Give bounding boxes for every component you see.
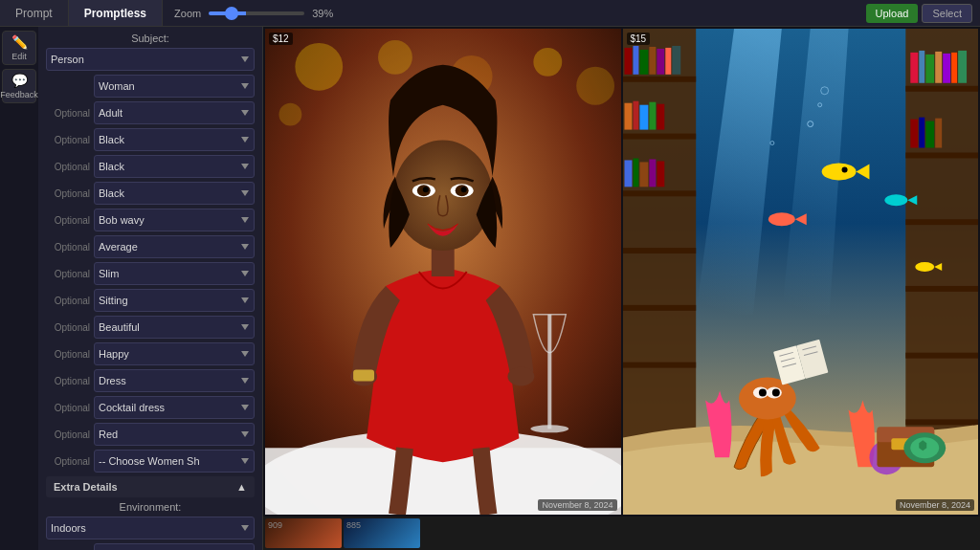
field-row-beautiful: Optional Beautiful <box>46 316 255 339</box>
svg-rect-55 <box>919 51 924 83</box>
optional-label-3: Optional <box>46 162 90 172</box>
image-price-1: $12 <box>269 33 293 45</box>
svg-rect-45 <box>649 159 656 187</box>
svg-rect-9 <box>547 315 551 429</box>
svg-rect-56 <box>925 55 934 83</box>
svg-rect-25 <box>623 134 696 140</box>
svg-rect-50 <box>905 219 978 225</box>
field-select-restaurant[interactable]: Restaurant <box>94 543 255 550</box>
image-cell-woman[interactable]: $12 November 8, 2024 <box>265 29 621 515</box>
svg-rect-27 <box>623 248 696 253</box>
upload-button[interactable]: Upload <box>866 4 919 23</box>
field-select-adult[interactable]: Adult <box>94 101 255 124</box>
field-select-sitting[interactable]: Sitting <box>94 289 255 312</box>
field-select-average[interactable]: Average <box>94 235 255 258</box>
svg-rect-64 <box>935 119 942 148</box>
field-select-shoes[interactable]: -- Choose Women Sh <box>94 450 255 473</box>
left-icon-bar: ✏️ Edit 💬 Feedback <box>0 27 38 550</box>
field-row-happy: Optional Happy <box>46 342 255 365</box>
image-date-2: November 8, 2024 <box>896 499 974 511</box>
svg-rect-51 <box>905 286 978 292</box>
field-select-bob[interactable]: Bob wavy <box>94 209 255 231</box>
svg-point-4 <box>533 48 562 77</box>
field-row-dress: Optional Dress <box>46 369 255 392</box>
optional-label-11: Optional <box>46 376 90 386</box>
field-select-slim[interactable]: Slim <box>94 262 255 285</box>
svg-rect-29 <box>623 363 696 368</box>
content-area: $12 November 8, 2024 <box>263 27 980 550</box>
svg-rect-49 <box>905 152 978 158</box>
extra-details-header[interactable]: Extra Details ▲ <box>46 476 255 497</box>
thumbnail-1[interactable]: 909 <box>265 518 342 548</box>
optional-label-8: Optional <box>46 296 90 306</box>
svg-point-6 <box>278 103 301 126</box>
svg-point-5 <box>576 67 614 105</box>
field-select-happy[interactable]: Happy <box>94 342 255 365</box>
field-row-slim: Optional Slim <box>46 262 255 285</box>
svg-rect-61 <box>910 120 918 148</box>
thumbnail-2[interactable]: 885 <box>344 518 420 548</box>
thumb-price-1: 909 <box>265 518 342 532</box>
field-row-cocktail: Optional Cocktail dress <box>46 396 255 419</box>
optional-label-13: Optional <box>46 429 90 440</box>
field-row-adult: Optional Adult <box>46 101 255 124</box>
tab-promptless[interactable]: Promptless <box>69 0 163 26</box>
field-select-beautiful[interactable]: Beautiful <box>94 316 255 339</box>
svg-point-12 <box>507 367 534 386</box>
svg-rect-34 <box>657 49 664 75</box>
svg-rect-28 <box>623 305 696 311</box>
feedback-button[interactable]: 💬 Feedback <box>2 69 36 103</box>
field-select-cocktail[interactable]: Cocktail dress <box>94 396 255 419</box>
svg-point-71 <box>771 389 779 397</box>
chevron-up-icon: ▲ <box>236 481 247 493</box>
tab-prompt[interactable]: Prompt <box>0 0 69 26</box>
svg-rect-38 <box>633 101 638 130</box>
svg-rect-48 <box>905 86 978 92</box>
optional-label-12: Optional <box>46 403 90 413</box>
top-right-buttons: Upload Select <box>866 4 980 23</box>
svg-rect-46 <box>657 161 664 187</box>
environment-select[interactable]: Indoors <box>46 517 255 539</box>
svg-point-10 <box>530 425 568 432</box>
svg-point-2 <box>378 40 412 75</box>
svg-rect-24 <box>623 77 696 82</box>
svg-rect-33 <box>649 47 656 75</box>
image-date-1: November 8, 2024 <box>538 499 616 511</box>
extra-details-label: Extra Details <box>54 481 118 493</box>
zoom-slider[interactable] <box>209 11 304 15</box>
field-select-dress[interactable]: Dress <box>94 369 255 392</box>
field-select-red[interactable]: Red <box>94 423 255 446</box>
field-row-black-3: Optional Black <box>46 182 255 205</box>
svg-rect-36 <box>672 46 680 75</box>
svg-point-20 <box>461 187 467 192</box>
svg-rect-58 <box>943 54 950 83</box>
image-cell-library[interactable]: $15 November 8, 2024 <box>623 29 979 515</box>
svg-rect-63 <box>925 121 934 148</box>
thumb-price-2: 885 <box>344 518 420 532</box>
select-button[interactable]: Select <box>922 4 972 23</box>
svg-rect-41 <box>657 104 664 130</box>
svg-point-84 <box>768 212 794 226</box>
svg-rect-43 <box>633 158 638 187</box>
optional-label-2: Optional <box>46 135 90 145</box>
field-select-woman[interactable]: Woman <box>94 75 255 98</box>
edit-label: Edit <box>11 52 27 61</box>
main-layout: ✏️ Edit 💬 Feedback Subject: Person Woman <box>0 27 980 550</box>
edit-tool-button[interactable]: ✏️ Edit <box>2 31 36 65</box>
field-row-red: Optional Red <box>46 423 255 446</box>
optional-label-6: Optional <box>46 242 90 253</box>
svg-rect-26 <box>623 190 696 196</box>
svg-point-1 <box>295 43 343 91</box>
top-bar: Prompt Promptless Zoom 39% Upload Select <box>0 0 980 27</box>
feedback-icon: 💬 <box>11 73 28 88</box>
subject-select[interactable]: Person <box>46 48 255 71</box>
field-select-black-1[interactable]: Black <box>94 128 255 151</box>
svg-rect-31 <box>633 46 638 75</box>
field-select-black-3[interactable]: Black <box>94 182 255 205</box>
svg-point-83 <box>841 166 847 172</box>
svg-rect-21 <box>353 370 374 382</box>
subject-label: Subject: <box>46 33 255 44</box>
svg-rect-59 <box>951 53 957 83</box>
svg-rect-57 <box>935 52 942 83</box>
field-select-black-2[interactable]: Black <box>94 155 255 178</box>
